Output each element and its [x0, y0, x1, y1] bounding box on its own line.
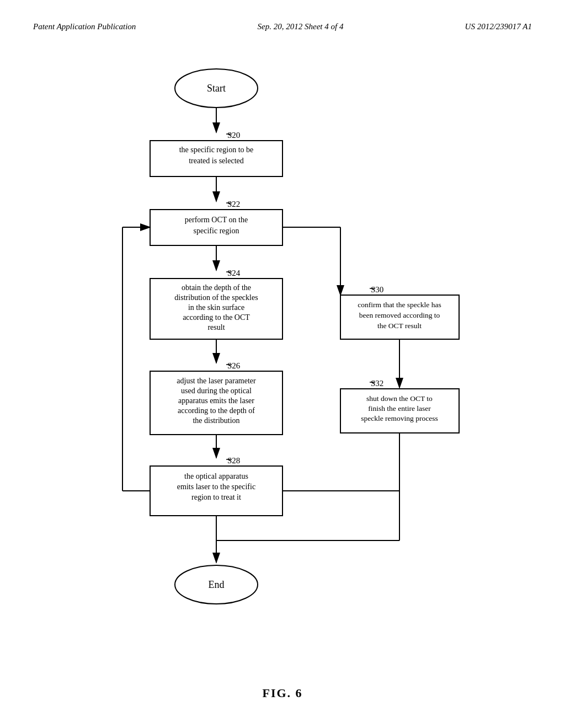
s30-text-2: been removed according to	[359, 311, 440, 319]
s24-text-4: according to the OCT	[183, 313, 250, 322]
s28-text-2: emits laser to the specific	[177, 483, 255, 491]
s30-text-1: confirm that the speckle has	[358, 301, 441, 309]
s24-label: S24	[227, 269, 241, 277]
s22-label: S22	[227, 200, 240, 208]
s32-text-3: speckle removing process	[361, 414, 438, 422]
header-center: Sep. 20, 2012 Sheet 4 of 4	[258, 22, 344, 31]
s22-text-2: specific region	[194, 227, 239, 235]
s32-text-2: finish the entire laser	[368, 404, 431, 413]
header-right: US 2012/239017 A1	[465, 22, 532, 31]
s28-text-1: the optical apparatus	[184, 472, 248, 480]
s30-text-3: the OCT result	[377, 322, 422, 330]
diagram-area: Start S20 the specific region to be trea…	[0, 55, 565, 673]
start-label: Start	[207, 83, 226, 94]
s26-text-5: the distribution	[193, 416, 239, 425]
s28-text-3: region to treat it	[191, 493, 241, 501]
s24-text-5: result	[207, 323, 225, 331]
end-label: End	[209, 579, 225, 590]
s22-text-1: perform OCT on the	[185, 216, 248, 224]
s26-label: S26	[227, 361, 241, 370]
s26-text-1: adjust the laser parameter	[177, 377, 256, 385]
s20-label: S20	[227, 131, 240, 140]
s24-text-3: in the skin surface	[188, 303, 244, 312]
figure-label: FIG. 6	[262, 686, 302, 700]
header-left: Patent Application Publication	[33, 22, 136, 31]
s26-text-2: used during the optical	[181, 387, 252, 395]
s32-text-1: shut down the OCT to	[366, 394, 433, 403]
s26-text-4: according to the depth of	[178, 406, 255, 415]
s30-label: S30	[371, 285, 383, 294]
flowchart-svg: Start S20 the specific region to be trea…	[89, 55, 476, 634]
s20-text-2: treated is selected	[189, 157, 244, 165]
s32-label: S32	[371, 379, 383, 388]
s20-text-1: the specific region to be	[179, 146, 254, 154]
s24-text-1: obtain the depth of the	[182, 283, 251, 292]
s26-text-3: apparatus emits the laser	[178, 397, 254, 405]
s24-text-2: distribution of the speckles	[174, 293, 258, 302]
page-header: Patent Application Publication Sep. 20, …	[0, 22, 565, 31]
s28-label: S28	[227, 456, 240, 465]
